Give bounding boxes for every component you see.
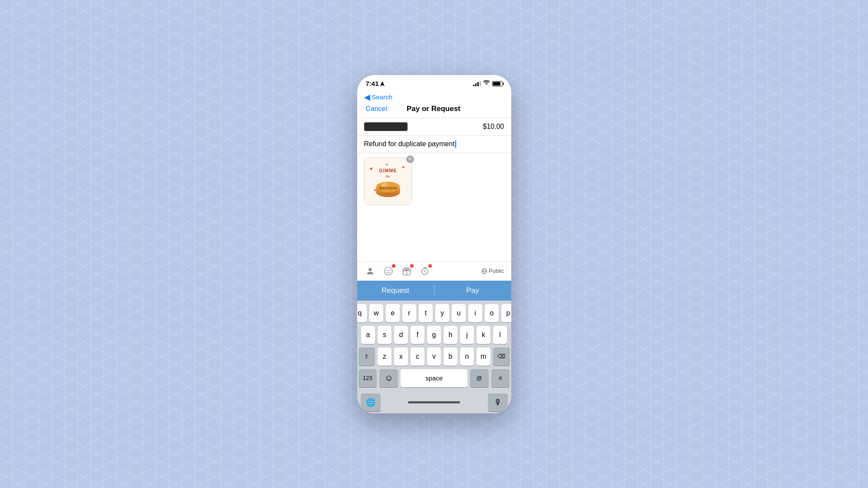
svg-text:♥: ♥ (378, 186, 380, 190)
recipient-row: $10.00 (357, 118, 511, 136)
keyboard-row-4: 123 ☺ space @ # (358, 369, 510, 387)
emoji-badge (392, 264, 395, 268)
emoji-key[interactable]: ☺ (379, 369, 398, 387)
key-o[interactable]: o (485, 304, 499, 322)
bottom-toolbar: Public (357, 261, 511, 281)
back-arrow-icon: ◀ (364, 92, 370, 102)
person-icon[interactable] (364, 265, 376, 277)
svg-point-19 (389, 269, 390, 271)
keyboard-row-1: q w e r t y u i o p (358, 304, 510, 322)
sticker-area: ♥ ♥ ♥ ♥ ♥ GIMME the (357, 153, 511, 261)
mic-key[interactable]: 🎙 (488, 393, 508, 412)
svg-text:♥: ♥ (402, 164, 404, 169)
sticker-container: ♥ ♥ ♥ ♥ ♥ GIMME the (364, 157, 412, 205)
status-bar: 7:41 (357, 75, 511, 91)
key-q[interactable]: q (357, 304, 367, 322)
key-g[interactable]: g (427, 326, 441, 344)
content-area: $10.00 Refund for duplicate payment ♥ ♥ (357, 118, 511, 261)
sticker-close-button[interactable]: ✕ (406, 155, 414, 163)
keyboard-bottom-row: 🌐 🎙 (357, 393, 511, 413)
key-b[interactable]: b (444, 347, 457, 366)
keyboard-row-3: ⇧ z x c v b n m ⌫ (358, 347, 510, 366)
key-f[interactable]: f (411, 326, 424, 344)
key-x[interactable]: x (394, 347, 408, 366)
back-label[interactable]: Search (372, 93, 393, 101)
at-key[interactable]: @ (470, 369, 489, 387)
key-d[interactable]: d (394, 326, 408, 344)
keyboard-row-2: a s d f g h j k l (358, 326, 510, 344)
svg-marker-0 (380, 81, 385, 86)
key-l[interactable]: l (493, 326, 507, 344)
pay-button[interactable]: Pay (434, 281, 511, 301)
svg-text:♥: ♥ (369, 166, 372, 171)
public-button[interactable]: Public (481, 268, 504, 274)
status-time: 7:41 (366, 80, 385, 87)
space-key[interactable]: space (401, 369, 467, 387)
key-t[interactable]: t (419, 304, 433, 322)
phone-frame: 7:41 (357, 75, 511, 413)
key-u[interactable]: u (452, 304, 466, 322)
nav-title: Pay or Request (407, 105, 460, 113)
audience-label: Public (489, 268, 504, 274)
status-icons (473, 80, 503, 87)
key-e[interactable]: e (386, 304, 400, 322)
key-w[interactable]: w (369, 304, 383, 322)
cancel-button[interactable]: Cancel (366, 105, 388, 113)
svg-text:DOUGH: DOUGH (379, 185, 396, 190)
nav-bar: ◀ Search Cancel Pay or Request (357, 91, 511, 118)
svg-point-16 (368, 268, 372, 271)
globe-small-icon (481, 268, 487, 274)
svg-text:♥: ♥ (386, 162, 388, 166)
svg-text:GIMME: GIMME (379, 168, 397, 173)
delete-key[interactable]: ⌫ (493, 347, 510, 366)
request-button[interactable]: Request (357, 281, 434, 301)
text-cursor (455, 140, 456, 148)
recipient-name (364, 122, 408, 131)
emoji-icon[interactable] (382, 265, 395, 277)
nav-title-row: Cancel Pay or Request (364, 105, 504, 113)
key-y[interactable]: y (435, 304, 449, 322)
home-indicator (408, 401, 460, 403)
timer-icon[interactable] (419, 265, 431, 277)
key-k[interactable]: k (477, 326, 490, 344)
key-m[interactable]: m (477, 347, 490, 366)
key-p[interactable]: p (501, 304, 511, 322)
key-z[interactable]: z (378, 347, 391, 366)
shift-key[interactable]: ⇧ (358, 347, 375, 366)
timer-badge (428, 264, 432, 268)
wifi-icon (483, 80, 490, 87)
svg-text:♥: ♥ (374, 187, 376, 192)
key-h[interactable]: h (444, 326, 457, 344)
key-c[interactable]: c (411, 347, 424, 366)
battery-icon (492, 81, 503, 86)
sticker-image: ♥ ♥ ♥ ♥ ♥ GIMME the (364, 157, 412, 205)
keyboard: q w e r t y u i o p a s d f g h j k l ⇧ (357, 301, 511, 393)
key-i[interactable]: i (468, 304, 482, 322)
sticker-svg: ♥ ♥ ♥ ♥ ♥ GIMME the (365, 158, 411, 205)
signal-icon (473, 81, 481, 86)
message-input-area[interactable]: Refund for duplicate payment (357, 136, 511, 153)
svg-point-18 (386, 269, 388, 271)
action-bar: Request Pay (357, 281, 511, 301)
message-text: Refund for duplicate payment (364, 140, 455, 148)
svg-text:♥: ♥ (395, 186, 398, 190)
key-a[interactable]: a (361, 326, 375, 344)
numbers-key[interactable]: 123 (358, 369, 377, 387)
toolbar-left (364, 265, 431, 277)
location-arrow-icon (380, 81, 385, 86)
key-r[interactable]: r (402, 304, 416, 322)
key-v[interactable]: v (427, 347, 441, 366)
svg-point-17 (384, 267, 392, 275)
amount-display: $10.00 (483, 123, 504, 131)
globe-key[interactable]: 🌐 (361, 393, 381, 412)
time-display: 7:41 (366, 80, 379, 87)
key-n[interactable]: n (460, 347, 474, 366)
back-navigation[interactable]: ◀ Search (364, 92, 504, 102)
gift-icon[interactable] (401, 265, 413, 277)
key-j[interactable]: j (460, 326, 474, 344)
gift-badge (410, 264, 414, 268)
hash-key[interactable]: # (491, 369, 510, 387)
svg-text:the: the (385, 174, 390, 178)
key-s[interactable]: s (378, 326, 391, 344)
